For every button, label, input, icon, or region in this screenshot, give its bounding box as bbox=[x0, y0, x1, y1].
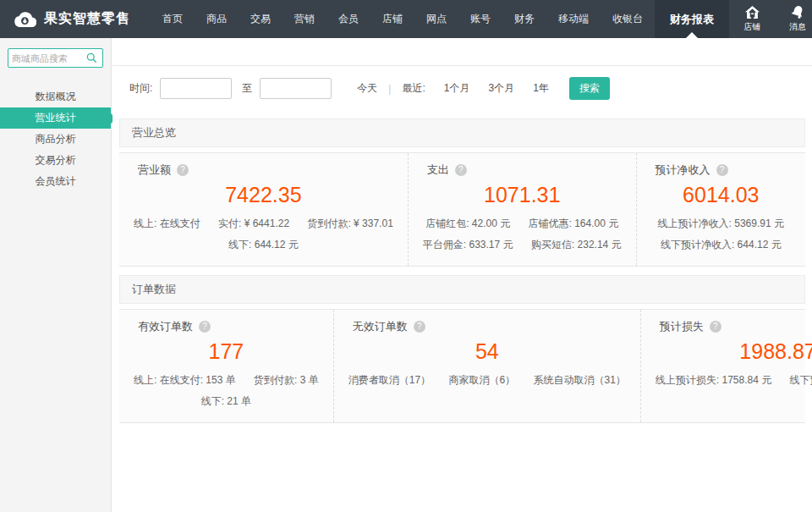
invalid-orders-merchant-cancel: 商家取消（6） bbox=[448, 374, 515, 386]
net-income-detail-line: 线下预计净收入: 644.12 元 bbox=[644, 234, 798, 256]
expense-label: 支出 bbox=[427, 162, 449, 178]
brand-logo[interactable]: 果实智慧零售 bbox=[0, 0, 151, 38]
expense-sms-purchase: 购买短信: 232.14 元 bbox=[531, 239, 622, 250]
start-date-input[interactable] bbox=[160, 78, 232, 99]
brand-name: 果实智慧零售 bbox=[44, 10, 130, 28]
store-util-button[interactable]: 店铺 bbox=[729, 0, 775, 38]
recent-label: 最近: bbox=[402, 81, 425, 96]
net-income-help-icon[interactable]: ? bbox=[716, 164, 728, 176]
search-icon[interactable] bbox=[86, 52, 97, 63]
sidebar-item-member-stats[interactable]: 会员统计 bbox=[0, 171, 111, 192]
nav-item-trade[interactable]: 交易 bbox=[239, 0, 283, 38]
invalid-orders-value: 54 bbox=[341, 339, 634, 364]
store-util-label: 店铺 bbox=[743, 21, 760, 33]
nav-item-home[interactable]: 首页 bbox=[151, 0, 195, 38]
valid-orders-card-title-row: 有效订单数 ? bbox=[126, 319, 326, 334]
order-data-stats-row: 有效订单数 ? 177 线上: 在线支付: 153 单 货到付款: 3 单 线下… bbox=[119, 309, 805, 423]
sidebar-search-box bbox=[8, 48, 103, 68]
to-label: 至 bbox=[242, 81, 252, 96]
message-util-button[interactable]: 消息 bbox=[775, 0, 812, 38]
nav-item-marketing[interactable]: 营销 bbox=[283, 0, 326, 38]
revenue-value: 7422.35 bbox=[126, 183, 401, 207]
revenue-card: 营业额 ? 7422.35 线上: 在线支付 实付: ¥ 6441.22 货到付… bbox=[119, 153, 408, 266]
nav-item-financial-report[interactable]: 财务报表 bbox=[655, 0, 729, 38]
quick-3month-link[interactable]: 3个月 bbox=[489, 81, 515, 96]
sidebar-item-data-overview[interactable]: 数据概况 bbox=[0, 86, 111, 107]
revenue-card-title-row: 营业额 ? bbox=[126, 162, 401, 178]
invalid-orders-card: 无效订单数 ? 54 消费者取消（17） 商家取消（6） 系统自动取消（31） bbox=[333, 310, 640, 422]
expense-card: 支出 ? 1071.31 店铺红包: 42.00 元 店铺优惠: 164.00 … bbox=[408, 153, 636, 266]
nav-item-goods[interactable]: 商品 bbox=[195, 0, 239, 38]
revenue-cod-amount: 货到付款: ¥ 337.01 bbox=[307, 217, 392, 229]
revenue-paid-amount: 实付: ¥ 6441.22 bbox=[218, 217, 289, 229]
search-button[interactable]: 搜索 bbox=[569, 77, 610, 100]
nav-item-mobile[interactable]: 移动端 bbox=[546, 0, 601, 38]
net-income-label: 预计净收入 bbox=[656, 162, 710, 178]
quick-1month-link[interactable]: 1个月 bbox=[444, 81, 470, 96]
invalid-orders-label: 无效订单数 bbox=[353, 319, 408, 334]
business-overview-stats-row: 营业额 ? 7422.35 线上: 在线支付 实付: ¥ 6441.22 货到付… bbox=[119, 152, 805, 267]
revenue-online-label: 线上: 在线支付 bbox=[134, 217, 200, 229]
sidebar-item-trade-analysis[interactable]: 交易分析 bbox=[0, 150, 111, 171]
sidebar: 数据概况 营业统计 商品分析 交易分析 会员统计 bbox=[0, 38, 112, 512]
net-income-online: 线上预计净收入: 5369.91 元 bbox=[658, 217, 784, 229]
nav-item-outlet[interactable]: 网点 bbox=[414, 0, 458, 38]
main-content: 时间: 至 今天 | 最近: 1个月 3个月 1年 搜索 营业总览 营业额 ? … bbox=[112, 38, 812, 512]
invalid-orders-card-title-row: 无效订单数 ? bbox=[341, 319, 634, 334]
valid-orders-label: 有效订单数 bbox=[138, 319, 193, 334]
net-income-value: 6014.03 bbox=[644, 183, 798, 207]
estimated-loss-label: 预计损失 bbox=[660, 319, 704, 334]
message-bell-icon bbox=[791, 6, 804, 19]
nav-item-account[interactable]: 账号 bbox=[458, 0, 502, 38]
section-header-business-overview: 营业总览 bbox=[119, 118, 805, 147]
valid-orders-help-icon[interactable]: ? bbox=[199, 321, 211, 333]
estimated-loss-online: 线上预计损失: 1758.84 元 bbox=[656, 374, 771, 386]
section-header-order-data: 订单数据 bbox=[119, 275, 805, 304]
quick-1year-link[interactable]: 1年 bbox=[533, 81, 549, 96]
invalid-orders-detail-line: 消费者取消（17） 商家取消（6） 系统自动取消（31） bbox=[341, 370, 634, 391]
quick-range-links: 今天 | 最近: 1个月 3个月 1年 bbox=[357, 81, 549, 96]
expense-red-packet: 店铺红包: 42.00 元 bbox=[425, 217, 510, 229]
time-label: 时间: bbox=[129, 81, 152, 96]
sidebar-item-business-stats[interactable]: 营业统计 bbox=[0, 107, 111, 129]
cloud-logo-icon bbox=[14, 11, 36, 27]
top-navbar: 果实智慧零售 首页 商品 交易 营销 会员 店铺 网点 账号 财务 移动端 收银… bbox=[0, 0, 812, 38]
revenue-help-icon[interactable]: ? bbox=[177, 164, 189, 176]
time-filter-bar: 时间: 至 今天 | 最近: 1个月 3个月 1年 搜索 bbox=[112, 66, 812, 110]
message-util-label: 消息 bbox=[789, 21, 806, 33]
revenue-detail-line: 线上: 在线支付 实付: ¥ 6441.22 货到付款: ¥ 337.01 bbox=[126, 213, 401, 234]
expense-shop-discount: 店铺优惠: 164.00 元 bbox=[529, 217, 619, 229]
expense-help-icon[interactable]: ? bbox=[455, 164, 467, 176]
expense-value: 1071.31 bbox=[415, 183, 629, 207]
estimated-loss-card-title-row: 预计损失 ? bbox=[648, 319, 812, 334]
sidebar-search-input[interactable] bbox=[12, 53, 86, 63]
expense-detail-line: 平台佣金: 633.17 元 购买短信: 232.14 元 bbox=[415, 234, 629, 256]
valid-orders-offline: 线下: 21 单 bbox=[201, 395, 251, 407]
content-top-spacer bbox=[112, 38, 812, 66]
quick-today-link[interactable]: 今天 bbox=[357, 81, 377, 96]
end-date-input[interactable] bbox=[260, 78, 332, 99]
invalid-orders-help-icon[interactable]: ? bbox=[414, 321, 425, 333]
nav-item-cashier[interactable]: 收银台 bbox=[601, 0, 655, 38]
estimated-loss-value: 1988.87 bbox=[648, 339, 812, 364]
valid-orders-value: 177 bbox=[126, 339, 326, 364]
store-icon bbox=[745, 6, 760, 19]
sidebar-item-goods-analysis[interactable]: 商品分析 bbox=[0, 129, 111, 150]
nav-item-finance[interactable]: 财务 bbox=[502, 0, 546, 38]
invalid-orders-system-cancel: 系统自动取消（31） bbox=[533, 374, 625, 386]
valid-orders-cod: 货到付款: 3 单 bbox=[254, 374, 319, 386]
valid-orders-card: 有效订单数 ? 177 线上: 在线支付: 153 单 货到付款: 3 单 线下… bbox=[119, 310, 333, 422]
revenue-label: 营业额 bbox=[138, 162, 171, 178]
estimated-loss-detail-line: 线上预计损失: 1758.84 元 线下预计损失: 230.03 元 bbox=[648, 370, 812, 391]
net-income-card-title-row: 预计净收入 ? bbox=[644, 162, 798, 178]
expense-detail-line: 店铺红包: 42.00 元 店铺优惠: 164.00 元 bbox=[415, 213, 629, 234]
valid-orders-detail-line: 线下: 21 单 bbox=[126, 391, 326, 412]
nav-item-shop[interactable]: 店铺 bbox=[370, 0, 414, 38]
estimated-loss-offline: 线下预计损失: 230.03 元 bbox=[790, 374, 812, 386]
main-menu: 首页 商品 交易 营销 会员 店铺 网点 账号 财务 移动端 收银台 财务报表 bbox=[151, 0, 729, 38]
net-income-card: 预计净收入 ? 6014.03 线上预计净收入: 5369.91 元 线下预计净… bbox=[636, 153, 805, 266]
net-income-detail-line: 线上预计净收入: 5369.91 元 bbox=[644, 213, 798, 234]
expense-card-title-row: 支出 ? bbox=[415, 162, 629, 178]
estimated-loss-help-icon[interactable]: ? bbox=[710, 321, 721, 333]
nav-item-member[interactable]: 会员 bbox=[326, 0, 370, 38]
